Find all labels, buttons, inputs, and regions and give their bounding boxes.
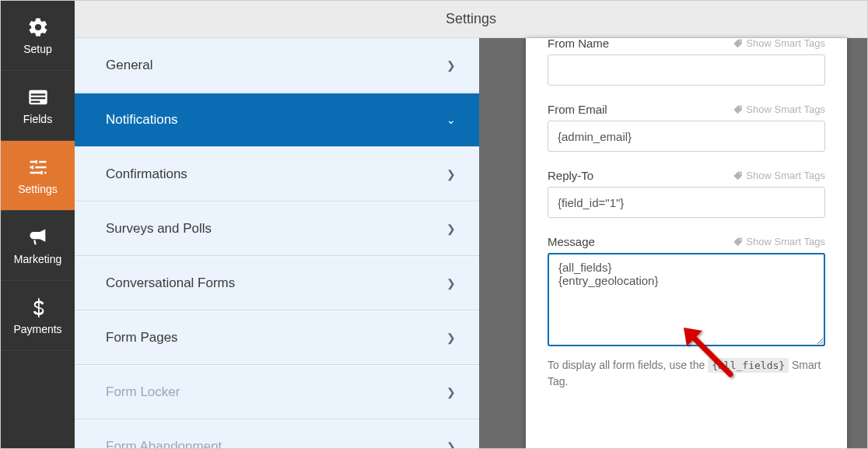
from-name-label: From Name (548, 38, 609, 50)
reply-to-label: Reply-To (548, 169, 593, 182)
settings-item-conversational[interactable]: Conversational Forms ❯ (75, 256, 479, 310)
smart-tags-label: Show Smart Tags (746, 236, 825, 247)
chevron-right-icon: ❯ (446, 223, 456, 235)
settings-item-form-locker[interactable]: Form Locker ❯ (75, 365, 479, 419)
smart-tags-label: Show Smart Tags (746, 103, 825, 115)
bullhorn-icon (27, 226, 49, 248)
nav-label: Payments (13, 323, 61, 335)
field-from-email: From Email Show Smart Tags (548, 103, 825, 152)
message-textarea[interactable] (548, 253, 825, 346)
chevron-right-icon: ❯ (446, 168, 456, 181)
chevron-right-icon: ❯ (446, 59, 456, 72)
from-email-input[interactable] (548, 121, 825, 152)
nav-label: Settings (18, 183, 58, 195)
left-nav: Setup Fields Settings Marketing Payments (1, 1, 75, 449)
settings-item-label: Form Pages (106, 330, 178, 346)
chevron-right-icon: ❯ (446, 440, 456, 449)
gear-icon (27, 16, 49, 38)
smart-tags-toggle[interactable]: Show Smart Tags (732, 38, 825, 49)
nav-item-setup[interactable]: Setup (1, 1, 75, 71)
field-reply-to: Reply-To Show Smart Tags (548, 169, 825, 218)
field-from-name: From Name Show Smart Tags (548, 38, 825, 86)
reply-to-input[interactable] (548, 187, 825, 218)
page-title: Settings (446, 11, 496, 27)
svg-rect-2 (30, 97, 45, 99)
sliders-icon (27, 156, 49, 178)
nav-label: Setup (23, 43, 52, 55)
from-email-label: From Email (548, 103, 607, 116)
svg-rect-1 (30, 93, 45, 95)
tag-icon (732, 104, 743, 115)
tag-icon (732, 237, 743, 247)
chevron-right-icon: ❯ (446, 331, 456, 344)
smart-tags-label: Show Smart Tags (746, 170, 825, 181)
settings-item-surveys[interactable]: Surveys and Polls ❯ (75, 202, 479, 256)
dollar-icon (27, 296, 49, 318)
settings-item-form-abandonment[interactable]: Form Abandonment ❯ (75, 419, 479, 449)
chevron-right-icon: ❯ (446, 277, 456, 289)
field-message: Message Show Smart Tags To display all f… (548, 235, 825, 390)
help-code: {all_fields} (708, 358, 789, 373)
smart-tags-toggle[interactable]: Show Smart Tags (732, 103, 825, 115)
nav-item-marketing[interactable]: Marketing (1, 211, 75, 281)
nav-item-settings[interactable]: Settings (1, 141, 75, 211)
chevron-right-icon: ❯ (446, 386, 456, 398)
settings-item-confirmations[interactable]: Confirmations ❯ (75, 147, 479, 202)
message-label: Message (548, 235, 595, 248)
smart-tags-toggle[interactable]: Show Smart Tags (732, 170, 825, 181)
from-name-input[interactable] (548, 54, 825, 86)
header: Settings (75, 1, 867, 38)
help-prefix: To display all form fields, use the (548, 359, 708, 371)
nav-item-payments[interactable]: Payments (1, 281, 75, 351)
notification-form: From Name Show Smart Tags From Email Sho… (526, 38, 847, 449)
nav-label: Marketing (14, 253, 61, 265)
list-icon (27, 86, 49, 108)
message-help: To display all form fields, use the {all… (548, 357, 825, 390)
settings-item-label: Form Locker (106, 384, 180, 400)
tag-icon (732, 170, 743, 181)
settings-item-label: Surveys and Polls (106, 221, 212, 237)
svg-rect-3 (30, 100, 40, 102)
settings-item-notifications[interactable]: Notifications ⌄ (75, 93, 479, 147)
settings-item-label: Conversational Forms (106, 275, 235, 291)
nav-label: Fields (23, 113, 52, 125)
settings-panel: General ❯ Notifications ⌄ Confirmations … (75, 38, 479, 449)
settings-item-general[interactable]: General ❯ (75, 38, 479, 93)
settings-item-form-pages[interactable]: Form Pages ❯ (75, 310, 479, 365)
nav-item-fields[interactable]: Fields (1, 71, 75, 141)
smart-tags-label: Show Smart Tags (746, 38, 825, 49)
settings-item-label: Form Abandonment (106, 439, 222, 449)
settings-item-label: General (106, 58, 152, 73)
settings-item-label: Notifications (106, 112, 178, 128)
tag-icon (732, 38, 743, 49)
chevron-down-icon: ⌄ (446, 114, 456, 126)
settings-item-label: Confirmations (106, 167, 187, 182)
smart-tags-toggle[interactable]: Show Smart Tags (732, 236, 825, 247)
